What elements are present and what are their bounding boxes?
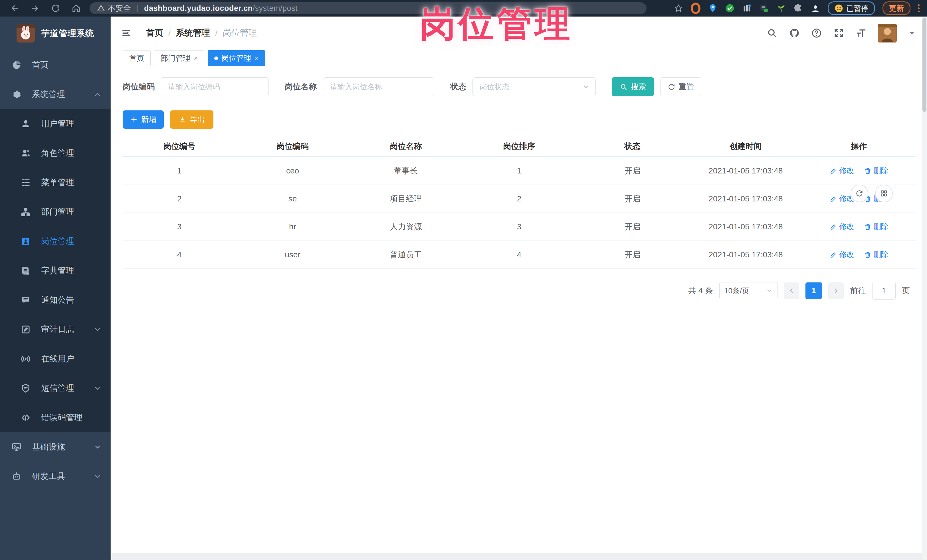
scrollbar-thumb[interactable] — [922, 18, 926, 112]
extension-blue-pin-icon[interactable] — [708, 3, 717, 13]
sidebar-item-label: 用户管理 — [41, 118, 74, 129]
browser-nav-buttons — [0, 3, 90, 13]
add-button[interactable]: 新增 — [123, 111, 164, 129]
tab-label: 岗位管理 — [222, 53, 251, 63]
delete-link[interactable]: 删除 — [864, 250, 889, 260]
star-icon[interactable] — [674, 3, 683, 13]
post-code-input[interactable] — [161, 77, 269, 96]
goto-label: 前往 — [850, 285, 866, 296]
close-icon[interactable]: × — [194, 54, 198, 62]
tab-posts[interactable]: 岗位管理 × — [208, 50, 265, 66]
extension-person-icon[interactable] — [811, 3, 820, 13]
cell-post-sort: 4 — [462, 250, 576, 260]
sidebar-item-announcements[interactable]: 通知公告 — [0, 285, 111, 315]
prev-page-button[interactable] — [784, 282, 799, 299]
caret-down-icon[interactable] — [908, 30, 916, 36]
tab-home[interactable]: 首页 — [123, 50, 150, 66]
roles-icon — [21, 148, 31, 158]
extension-orange-ring-icon[interactable] — [691, 3, 701, 13]
status-select[interactable]: 岗位状态 — [473, 77, 596, 96]
tab-departments[interactable]: 部门管理 × — [154, 50, 204, 66]
add-button-label: 新增 — [141, 114, 157, 124]
navbar-actions — [767, 23, 927, 43]
sidebar-item-users[interactable]: 用户管理 — [0, 109, 111, 138]
extension-green-check-icon[interactable] — [725, 3, 735, 13]
profile-paused-badge[interactable]: 已暂停 — [828, 2, 875, 15]
forward-icon[interactable] — [30, 3, 40, 13]
sidebar-item-error-codes[interactable]: 错误码管理 — [0, 403, 111, 432]
delete-link[interactable]: 删除 — [864, 222, 889, 232]
cell-post-id: 3 — [123, 222, 236, 231]
font-size-icon[interactable] — [856, 28, 866, 38]
chevron-down-icon — [94, 472, 102, 480]
cell-post-id: 2 — [123, 194, 236, 203]
browser-update-button[interactable]: 更新 — [883, 2, 910, 15]
fullscreen-icon[interactable] — [833, 28, 844, 38]
sidebar-item-audit-logs[interactable]: 审计日志 — [0, 315, 111, 344]
hamburger-icon[interactable] — [120, 28, 132, 38]
edit-link[interactable]: 修改 — [830, 250, 854, 260]
status-label: 状态 — [450, 81, 466, 92]
cell-post-code: hr — [236, 222, 349, 231]
sidebar-item-dev-tools[interactable]: 研发工具 — [0, 461, 111, 491]
sidebar-item-departments[interactable]: 部门管理 — [0, 197, 111, 226]
cell-post-code: ceo — [236, 166, 349, 175]
help-icon[interactable] — [811, 28, 822, 38]
reset-button[interactable]: 重置 — [660, 77, 701, 96]
delete-link[interactable]: 删除 — [864, 166, 889, 176]
reload-icon[interactable] — [51, 3, 61, 13]
refresh-table-button[interactable] — [851, 185, 868, 202]
breadcrumb-system[interactable]: 系统管理 — [176, 27, 210, 39]
search-icon[interactable] — [767, 28, 778, 38]
extension-tag-icon[interactable] — [759, 3, 769, 13]
security-status[interactable]: 不安全 — [97, 3, 131, 14]
extension-puzzle-icon[interactable] — [793, 3, 803, 13]
tags-view-bar: 首页 部门管理 × 岗位管理 × — [111, 49, 927, 67]
cell-created: 2021-01-05 17:03:48 — [689, 194, 802, 203]
cell-post-sort: 1 — [462, 166, 576, 175]
back-icon[interactable] — [10, 3, 20, 13]
edit-link[interactable]: 修改 — [830, 222, 854, 232]
page-scrollbar[interactable] — [922, 17, 927, 560]
sidebar-item-dictionary[interactable]: 字典管理 — [0, 256, 111, 285]
breadcrumb-home[interactable]: 首页 — [146, 27, 163, 39]
sidebar-item-label: 通知公告 — [41, 294, 74, 306]
pencil-icon — [830, 195, 837, 203]
error-code-icon — [21, 413, 31, 423]
sidebar-logo-row[interactable]: 芋道管理系统 — [0, 17, 111, 50]
kebab-menu-icon[interactable] — [918, 4, 919, 12]
home-icon[interactable] — [71, 3, 81, 13]
browser-right-cluster: 已暂停 更新 — [674, 2, 927, 15]
sidebar-item-infrastructure[interactable]: 基础设施 — [0, 432, 111, 461]
page-size-select[interactable]: 10条/页 — [719, 282, 778, 299]
close-icon[interactable]: × — [254, 54, 258, 62]
post-name-input[interactable] — [323, 77, 434, 96]
page-number-button[interactable]: 1 — [805, 282, 822, 299]
paused-badge-label: 已暂停 — [846, 3, 869, 14]
search-button[interactable]: 搜索 — [612, 77, 654, 96]
sidebar-item-sms[interactable]: 短信管理 — [0, 373, 111, 403]
next-page-button[interactable] — [828, 282, 844, 299]
dev-tools-icon — [11, 471, 22, 481]
edit-link[interactable]: 修改 — [830, 166, 854, 176]
app-logo — [17, 24, 35, 42]
chevron-down-icon — [582, 83, 590, 90]
cell-post-sort: 2 — [462, 194, 576, 203]
sidebar-item-posts[interactable]: 岗位管理 — [0, 226, 111, 256]
sidebar-item-home[interactable]: 首页 — [0, 50, 111, 80]
column-settings-button[interactable] — [875, 185, 893, 202]
refresh-icon — [856, 190, 863, 197]
avatar[interactable] — [878, 23, 897, 43]
github-icon[interactable] — [789, 28, 800, 38]
sidebar-item-online-users[interactable]: 在线用户 — [0, 344, 111, 373]
cell-post-name: 项目经理 — [349, 193, 462, 204]
sidebar-item-menus[interactable]: 菜单管理 — [0, 168, 111, 197]
sidebar-item-roles[interactable]: 角色管理 — [0, 138, 111, 168]
export-button[interactable]: 导出 — [170, 111, 213, 129]
sidebar-item-system[interactable]: 系统管理 — [0, 80, 111, 109]
table-toolbar: 新增 导出 — [123, 111, 927, 129]
extension-sprout-icon[interactable] — [777, 3, 786, 13]
extension-columns-icon[interactable] — [742, 3, 752, 13]
cell-status: 开启 — [576, 193, 689, 204]
goto-page-input[interactable] — [872, 282, 896, 299]
